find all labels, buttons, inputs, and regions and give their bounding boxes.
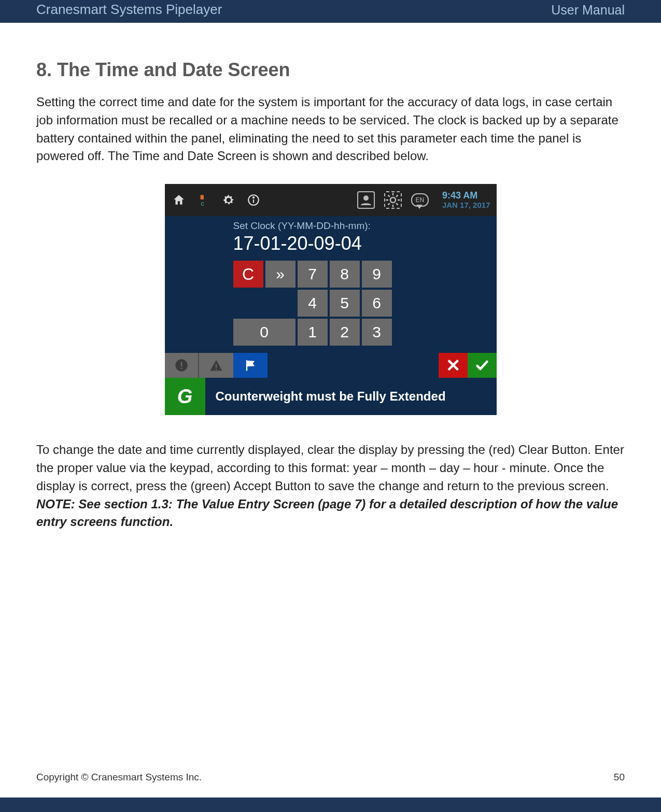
doc-header: Cranesmart Systems Pipelayer User Manual	[0, 0, 661, 23]
status-icon: G	[165, 378, 205, 415]
warning-icon[interactable]	[199, 353, 233, 378]
svg-point-6	[390, 197, 396, 203]
svg-line-13	[388, 204, 389, 205]
set-clock-label: Set Clock (YY-MM-DD-hh-mm):	[165, 216, 497, 233]
key-3[interactable]: 3	[362, 319, 392, 346]
outro-paragraph: To change the date and time currently di…	[36, 441, 625, 531]
key-8[interactable]: 8	[330, 261, 360, 288]
svg-point-4	[252, 197, 254, 198]
outro-plain-text: To change the date and time currently di…	[36, 443, 624, 493]
doc-title-left: Cranesmart Systems Pipelayer	[36, 2, 222, 18]
set-clock-value: 17-01-20-09-04	[165, 233, 497, 261]
home-icon[interactable]	[171, 192, 187, 208]
outro-note-text: NOTE: See section 1.3: The Value Entry S…	[36, 497, 618, 529]
key-0[interactable]: 0	[233, 319, 296, 346]
alert-info-icon[interactable]	[165, 353, 199, 378]
section-heading: 8. The Time and Date Screen	[36, 59, 625, 81]
status-message: Counterweight must be Fully Extended	[205, 389, 446, 404]
clock-date: JAN 17, 2017	[442, 201, 490, 210]
cancel-button[interactable]: ✕	[439, 353, 468, 378]
key-6[interactable]: 6	[362, 290, 392, 317]
key-5[interactable]: 5	[330, 290, 360, 317]
svg-rect-16	[180, 362, 181, 366]
key-4[interactable]: 4	[298, 290, 328, 317]
user-icon[interactable]	[357, 191, 375, 209]
svg-point-5	[363, 195, 369, 201]
action-row: ✕	[165, 353, 497, 378]
key-7[interactable]: 7	[298, 261, 328, 288]
svg-rect-0	[200, 195, 204, 200]
key-9[interactable]: 9	[362, 261, 392, 288]
clock-time: 9:43 AM	[442, 191, 490, 201]
doc-footer: Copyright © Cranesmart Systems Inc. 50	[0, 772, 661, 797]
accept-button[interactable]	[468, 353, 497, 378]
keypad: C » 7 8 9 4 5 6 0 1 2 3	[165, 261, 497, 353]
svg-text:c: c	[201, 200, 204, 207]
svg-rect-18	[215, 364, 216, 368]
svg-line-12	[397, 204, 398, 205]
key-1[interactable]: 1	[298, 319, 328, 346]
bottom-bar	[0, 797, 661, 812]
copyright-text: Copyright © Cranesmart Systems Inc.	[36, 772, 202, 783]
svg-rect-17	[180, 368, 181, 369]
info-icon[interactable]	[246, 192, 261, 208]
brightness-icon[interactable]	[384, 191, 402, 209]
clear-button[interactable]: C	[233, 261, 263, 288]
intro-paragraph: Setting the correct time and date for th…	[36, 93, 625, 165]
device-toolbar: c EN 9:43 AM JAN 17, 2017	[165, 184, 497, 216]
units-icon[interactable]: c	[196, 192, 212, 208]
doc-title-right: User Manual	[551, 3, 625, 18]
clock-display: 9:43 AM JAN 17, 2017	[438, 191, 490, 209]
language-icon[interactable]: EN	[411, 193, 429, 207]
status-row: G Counterweight must be Fully Extended	[165, 378, 497, 415]
flag-icon[interactable]	[233, 353, 268, 378]
next-button[interactable]: »	[265, 261, 296, 288]
svg-line-14	[397, 195, 398, 196]
svg-line-11	[388, 195, 389, 196]
gear-icon[interactable]	[221, 192, 236, 208]
svg-rect-19	[215, 369, 216, 370]
page-number: 50	[614, 772, 625, 783]
device-screenshot: c EN 9:43 AM JAN 17, 2017	[165, 184, 497, 415]
key-2[interactable]: 2	[330, 319, 360, 346]
